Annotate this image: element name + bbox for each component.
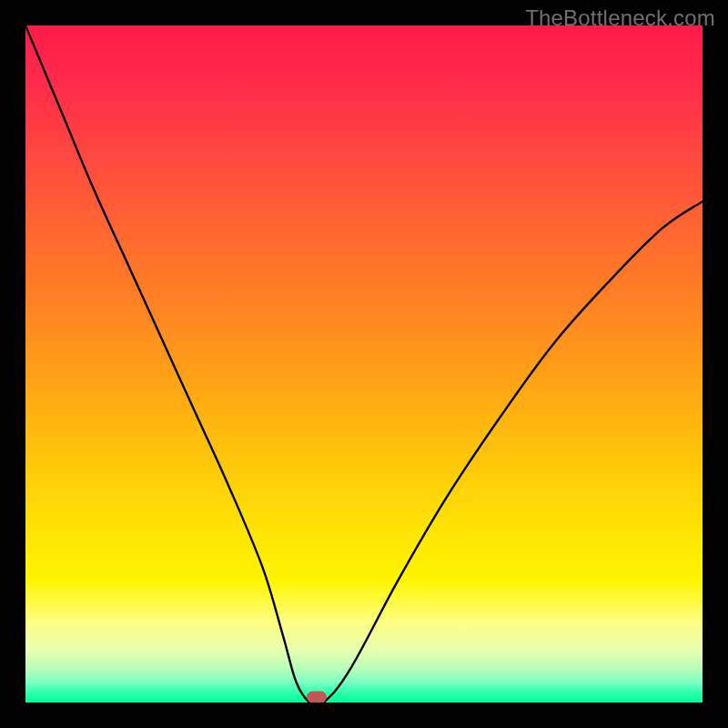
watermark-text: TheBottleneck.com xyxy=(525,5,715,31)
chart-frame: TheBottleneck.com xyxy=(0,0,728,728)
bottleneck-curve xyxy=(25,25,703,703)
optimal-marker-icon xyxy=(307,692,327,703)
plot-area xyxy=(25,25,703,703)
